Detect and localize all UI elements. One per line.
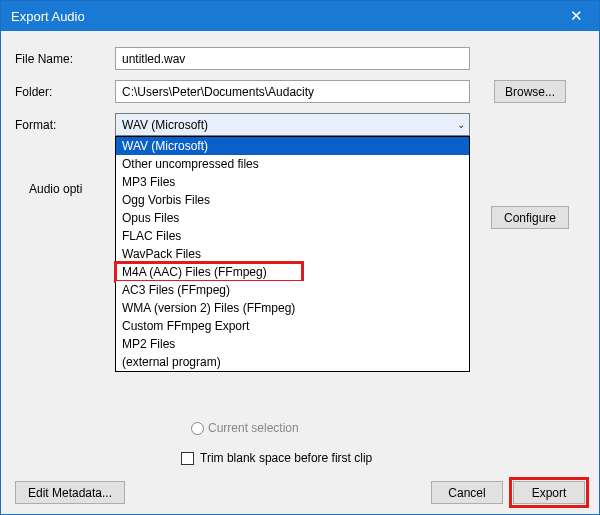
format-dropdown[interactable]: WAV (Microsoft)Other uncompressed filesM… [115,136,470,372]
close-icon: ✕ [570,7,583,25]
format-option[interactable]: WAV (Microsoft) [116,137,469,155]
format-row: Format: WAV (Microsoft) ⌄ WAV (Microsoft… [15,113,585,136]
radio-icon [191,422,204,435]
format-option[interactable]: WMA (version 2) Files (FFmpeg) [116,299,469,317]
chevron-down-icon: ⌄ [457,119,465,130]
format-combo[interactable]: WAV (Microsoft) ⌄ WAV (Microsoft)Other u… [115,113,470,136]
trim-blank-checkbox[interactable]: Trim blank space before first clip [181,451,372,465]
folder-label: Folder: [15,85,115,99]
format-selected-text: WAV (Microsoft) [122,118,208,132]
format-option[interactable]: MP3 Files [116,173,469,191]
file-name-input[interactable] [115,47,470,70]
edit-metadata-button[interactable]: Edit Metadata... [15,481,125,504]
trim-blank-label: Trim blank space before first clip [200,451,372,465]
format-combo-box[interactable]: WAV (Microsoft) ⌄ [115,113,470,136]
current-selection-label: Current selection [208,421,299,435]
format-option[interactable]: AC3 Files (FFmpeg) [116,281,469,299]
format-label: Format: [15,118,115,132]
format-option[interactable]: Ogg Vorbis Files [116,191,469,209]
configure-button[interactable]: Configure [491,206,569,229]
export-button[interactable]: Export [513,481,585,504]
highlight-m4a-option [114,261,304,283]
titlebar: Export Audio ✕ [1,1,599,31]
format-option[interactable]: Opus Files [116,209,469,227]
folder-row: Folder: Browse... [15,80,585,103]
cancel-button[interactable]: Cancel [431,481,503,504]
format-option[interactable]: (external program) [116,353,469,371]
format-option[interactable]: WavPack Files [116,245,469,263]
audio-options-label: Audio opti [29,182,82,196]
format-option[interactable]: MP2 Files [116,335,469,353]
format-option[interactable]: FLAC Files [116,227,469,245]
current-selection-radio[interactable]: Current selection [191,421,299,435]
checkbox-icon [181,452,194,465]
export-audio-dialog: Export Audio ✕ File Name: Folder: Browse… [0,0,600,515]
dialog-body: File Name: Folder: Browse... Format: WAV… [1,31,599,514]
bottom-button-bar: Edit Metadata... Cancel Export [1,481,599,504]
window-title: Export Audio [11,9,85,24]
close-button[interactable]: ✕ [554,1,599,31]
folder-input[interactable] [115,80,470,103]
format-option[interactable]: Custom FFmpeg Export [116,317,469,335]
right-buttons: Cancel Export [431,481,585,504]
format-option[interactable]: M4A (AAC) Files (FFmpeg) [116,263,469,281]
format-option[interactable]: Other uncompressed files [116,155,469,173]
file-name-row: File Name: [15,47,585,70]
file-name-label: File Name: [15,52,115,66]
browse-button[interactable]: Browse... [494,80,566,103]
